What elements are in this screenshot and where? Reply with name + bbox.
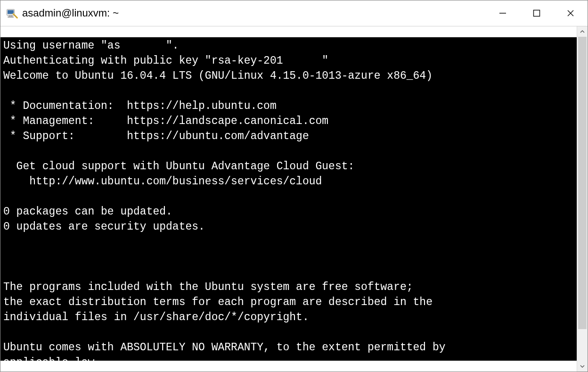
putty-icon	[5, 7, 18, 20]
window-title: asadmin@linuxvm: ~	[22, 7, 119, 19]
svg-rect-5	[534, 10, 540, 17]
putty-window: asadmin@linuxvm: ~ Using username "as ".…	[0, 0, 588, 372]
client-area: Using username "as ". Authenticating wit…	[0, 26, 588, 372]
close-button[interactable]	[554, 0, 588, 26]
scroll-thumb[interactable]	[578, 37, 587, 329]
titlebar[interactable]: asadmin@linuxvm: ~	[0, 0, 588, 26]
terminal-output[interactable]: Using username "as ". Authenticating wit…	[0, 37, 577, 361]
scroll-up-arrow-icon[interactable]	[577, 26, 588, 37]
scroll-down-arrow-icon[interactable]	[577, 361, 588, 372]
maximize-button[interactable]	[520, 0, 554, 26]
svg-rect-1	[8, 10, 14, 14]
vertical-scrollbar[interactable]	[577, 26, 588, 372]
svg-rect-3	[8, 17, 13, 17]
minimize-button[interactable]	[486, 0, 520, 26]
